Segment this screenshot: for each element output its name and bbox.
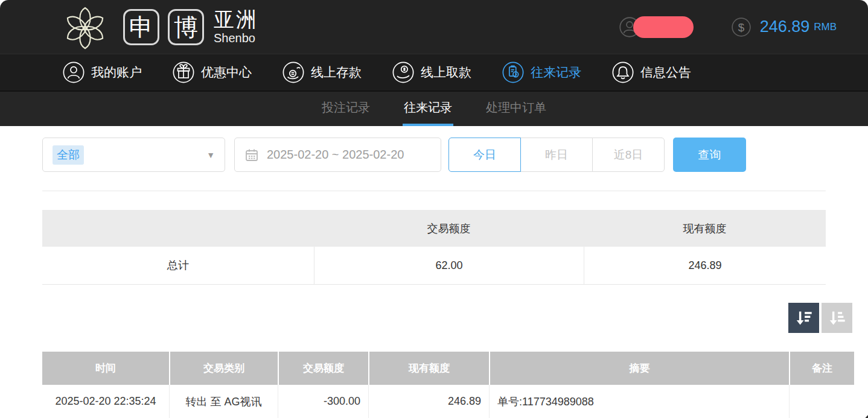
- nav-label: 往来记录: [531, 64, 581, 81]
- gift-icon: [172, 61, 195, 84]
- col-header-summary: 摘要: [489, 352, 789, 385]
- nav-item-my-account[interactable]: 我的账户: [62, 61, 142, 84]
- type-select[interactable]: 全部 ▼: [42, 138, 225, 172]
- row-amount: -300.00: [278, 385, 368, 418]
- logo-subtitle: Shenbo: [214, 32, 258, 45]
- main-nav: 我的账户 优惠中心 线上存款: [0, 54, 868, 92]
- tab-transaction-records[interactable]: 往来记录: [403, 92, 453, 126]
- sort-descending-button[interactable]: [788, 303, 819, 333]
- row-summary: 单号:117734989088: [489, 385, 789, 418]
- back-to-top-button[interactable]: [861, 411, 868, 418]
- logo-region: 亚洲 Shenbo: [214, 9, 258, 45]
- section-divider: [42, 191, 826, 191]
- logo-char-shen: 申: [123, 9, 159, 45]
- nav-label: 线上存款: [311, 64, 362, 81]
- nav-item-deposit[interactable]: 线上存款: [282, 61, 362, 84]
- summary-total-label: 总计: [42, 247, 314, 284]
- row-note: [789, 385, 854, 418]
- brand-logo[interactable]: 申 博 亚洲 Shenbo: [59, 2, 258, 52]
- table-row: 2025-02-20 22:35:24 转出 至 AG视讯 -300.00 24…: [42, 385, 854, 418]
- calendar-icon: [244, 148, 259, 162]
- col-header-balance: 现有额度: [368, 352, 489, 385]
- sort-ascending-button[interactable]: [822, 303, 852, 333]
- records-table-header: 时间 交易类别 交易额度 现有额度 摘要 备注: [42, 352, 854, 385]
- nav-item-promotions[interactable]: 优惠中心: [172, 61, 252, 84]
- row-time: 2025-02-20 22:35:24: [42, 385, 169, 418]
- chevron-down-icon: ▼: [206, 150, 215, 160]
- logo-region-text: 亚洲: [214, 9, 258, 31]
- nav-item-announcements[interactable]: 信息公告: [611, 61, 691, 84]
- top-header: 申 博 亚洲 Shenbo $ 246.89: [0, 0, 868, 54]
- tab-betting-records[interactable]: 投注记录: [321, 92, 371, 126]
- tab-processing-orders[interactable]: 处理中订单: [485, 92, 547, 126]
- search-button[interactable]: 查询: [673, 138, 746, 172]
- summary-current-balance: 246.89: [584, 247, 826, 284]
- col-header-time: 时间: [42, 352, 169, 385]
- username-redacted-badge[interactable]: [633, 16, 694, 38]
- flower-logo-icon: [59, 2, 111, 52]
- summary-table-header: 交易额度 现有额度: [42, 210, 826, 247]
- nav-label: 我的账户: [91, 64, 142, 81]
- deposit-icon: [282, 61, 305, 84]
- row-type: 转出 至 AG视讯: [169, 385, 278, 418]
- header-account-area: $ 246.89 RMB: [619, 16, 837, 38]
- sort-controls: [0, 303, 852, 333]
- withdraw-icon: [392, 61, 415, 84]
- type-select-value: 全部: [53, 145, 84, 165]
- row-balance: 246.89: [368, 385, 489, 418]
- col-header-note: 备注: [789, 352, 854, 385]
- balance-amount: 246.89: [760, 17, 810, 36]
- summary-header-transaction-amount: 交易额度: [314, 221, 584, 236]
- last-8-days-button[interactable]: 近8日: [592, 138, 665, 172]
- logo-char-bo: 博: [168, 9, 204, 45]
- filter-bar: 全部 ▼ 2025-02-20 ~ 2025-02-20 今日 昨日 近8日 查…: [0, 126, 868, 172]
- yesterday-button[interactable]: 昨日: [520, 138, 593, 172]
- page: 申 博 亚洲 Shenbo $ 246.89: [0, 0, 868, 418]
- col-header-amount: 交易额度: [278, 352, 368, 385]
- svg-text:$: $: [738, 21, 744, 33]
- summary-table: 交易额度 现有额度 总计 62.00 246.89: [42, 210, 826, 285]
- sort-descending-icon: [795, 309, 813, 327]
- nav-item-withdraw[interactable]: 线上取款: [392, 61, 471, 84]
- col-header-type: 交易类别: [169, 352, 278, 385]
- dollar-icon: $: [731, 17, 752, 37]
- summary-total-row: 总计 62.00 246.89: [42, 247, 826, 285]
- summary-transaction-amount: 62.00: [314, 247, 584, 284]
- date-range-input[interactable]: 2025-02-20 ~ 2025-02-20: [234, 138, 441, 172]
- date-range-value: 2025-02-20 ~ 2025-02-20: [267, 148, 404, 162]
- quick-date-buttons: 今日 昨日 近8日: [448, 138, 665, 172]
- nav-label: 优惠中心: [201, 64, 252, 81]
- bell-icon: [611, 61, 634, 84]
- today-button[interactable]: 今日: [448, 138, 521, 172]
- balance[interactable]: $ 246.89 RMB: [731, 17, 837, 37]
- sub-nav: 投注记录 往来记录 处理中订单: [0, 92, 868, 126]
- nav-label: 线上取款: [421, 64, 471, 81]
- sort-ascending-icon: [828, 309, 846, 327]
- nav-label: 信息公告: [640, 64, 691, 81]
- records-table: 时间 交易类别 交易额度 现有额度 摘要 备注 2025-02-20 22:35…: [42, 352, 854, 418]
- balance-currency: RMB: [814, 21, 837, 33]
- user-icon: [62, 61, 85, 84]
- summary-header-current-balance: 现有额度: [584, 221, 826, 236]
- nav-item-transaction-records[interactable]: 往来记录: [502, 61, 581, 84]
- records-icon: [502, 61, 525, 84]
